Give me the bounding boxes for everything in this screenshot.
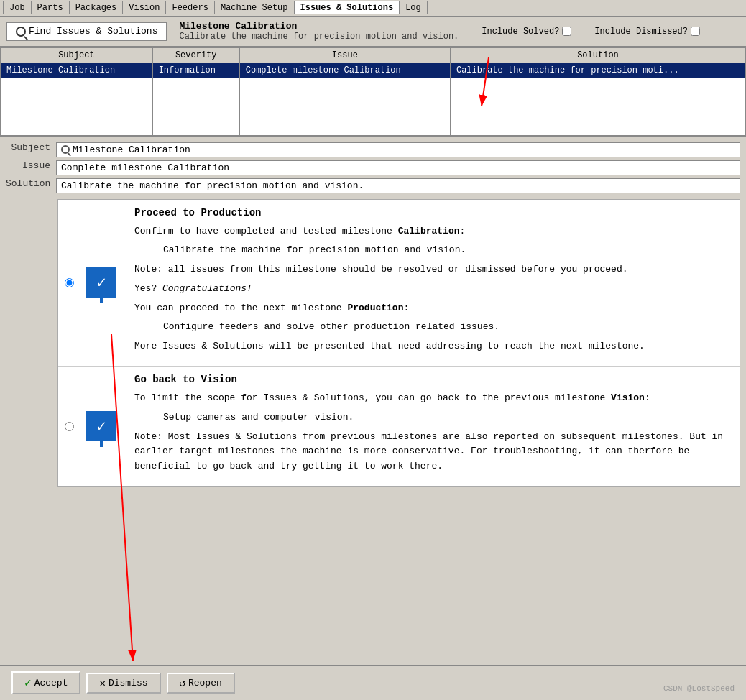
vision-radio[interactable]: [65, 422, 74, 431]
vision-title: Go back to Vision: [134, 374, 728, 385]
search-icon: [16, 27, 26, 37]
subject-row: Subject Milestone Calibration: [0, 142, 746, 157]
issue-label: Issue: [6, 160, 56, 171]
vision-text-3: Note: Most Issues & Solutions from previ…: [134, 430, 728, 474]
vision-content: Go back to Vision To limit the scope for…: [123, 367, 740, 486]
proceed-text-7: More Issues & Solutions will be presente…: [134, 339, 728, 354]
menu-item-packages[interactable]: Packages: [70, 1, 124, 14]
vision-flag-col: ✓: [80, 367, 123, 486]
issue-value: Complete milestone Calibration: [56, 160, 740, 175]
menu-item-machine-setup[interactable]: Machine Setup: [215, 1, 295, 14]
dismiss-button[interactable]: ✕ Dismiss: [86, 673, 160, 694]
dismiss-icon: ✕: [99, 677, 105, 689]
watermark: CSDN @LostSpeed: [663, 684, 735, 693]
bottom-bar: ✓ Accept ✕ Dismiss ↺ Reopen: [0, 665, 746, 700]
toolbar: Find Issues & Solutions Milestone Calibr…: [0, 17, 746, 47]
subject-label: Subject: [6, 142, 56, 153]
proceed-text-3: Note: all issues from this milestone sho…: [134, 262, 728, 277]
menu-item-issues-solutions[interactable]: Issues & Solutions: [295, 1, 400, 14]
issue-text: Complete milestone Calibration: [61, 162, 229, 173]
find-button-label: Find Issues & Solutions: [29, 26, 157, 37]
solution-value: Calibrate the machine for precision moti…: [56, 178, 740, 193]
menu-item-parts[interactable]: Parts: [32, 1, 70, 14]
solution-row: Solution Calibrate the machine for preci…: [0, 178, 746, 193]
vision-text-1: To limit the scope for Issues & Solution…: [134, 391, 728, 406]
table-row-empty: [1, 78, 746, 136]
accept-button[interactable]: ✓ Accept: [11, 671, 80, 694]
accept-icon: ✓: [24, 676, 32, 690]
solution-text: Calibrate the machine for precision moti…: [61, 180, 364, 191]
menu-item-log[interactable]: Log: [400, 1, 428, 14]
proceed-text-2: Calibrate the machine for precision moti…: [163, 243, 728, 258]
col-severity: Severity: [152, 47, 239, 63]
subject-search-icon: [61, 145, 70, 154]
proceed-content: Proceed to Production Confirm to have co…: [123, 200, 740, 367]
proceed-checkmark: ✓: [96, 273, 106, 293]
proceed-text-1: Confirm to have completed and tested mil…: [134, 224, 728, 239]
reopen-button[interactable]: ↺ Reopen: [167, 673, 235, 694]
solution-content: ✓ Proceed to Production Confirm to have …: [57, 199, 740, 487]
proceed-section: ✓ Proceed to Production Confirm to have …: [58, 200, 740, 367]
milestone-info: Milestone Calibration Calibrate the mach…: [179, 21, 459, 42]
include-dismissed-group: Include Dismissed?: [594, 27, 700, 37]
milestone-desc: Calibrate the machine for precision moti…: [179, 32, 459, 42]
issues-table: Subject Severity Issue Solution Mileston…: [0, 47, 746, 137]
menu-item-job[interactable]: Job: [3, 1, 32, 14]
detail-panel: Subject Milestone Calibration Issue Comp…: [0, 137, 746, 487]
include-solved-group: Include Solved?: [482, 27, 571, 37]
cell-severity: Information: [152, 63, 239, 78]
vision-radio-col: [58, 367, 80, 486]
cell-subject: Milestone Calibration: [1, 63, 153, 78]
include-solved-label: Include Solved?: [482, 27, 559, 37]
menu-item-feeders[interactable]: Feeders: [166, 1, 214, 14]
proceed-text-6: Configure feeders and solve other produc…: [163, 320, 728, 335]
include-dismissed-label: Include Dismissed?: [594, 27, 688, 37]
find-issues-button[interactable]: Find Issues & Solutions: [6, 22, 167, 41]
milestone-title: Milestone Calibration: [179, 21, 459, 32]
proceed-radio[interactable]: [65, 278, 74, 287]
proceed-title: Proceed to Production: [134, 207, 728, 218]
table-row[interactable]: Milestone Calibration Information Comple…: [1, 63, 746, 78]
subject-text: Milestone Calibration: [73, 144, 190, 155]
include-dismissed-checkbox[interactable]: [691, 27, 700, 36]
issue-row: Issue Complete milestone Calibration: [0, 160, 746, 175]
cell-issue: Complete milestone Calibration: [239, 63, 450, 78]
cell-solution: Calibrate the machine for precision moti…: [450, 63, 745, 78]
reopen-label: Reopen: [188, 678, 222, 689]
menu-bar: Job Parts Packages Vision Feeders Machin…: [0, 0, 746, 17]
proceed-text-5: You can proceed to the next milestone Pr…: [134, 301, 728, 316]
include-solved-checkbox[interactable]: [562, 27, 571, 36]
dismiss-label: Dismiss: [109, 678, 148, 689]
vision-section: ✓ Go back to Vision To limit the scope f…: [58, 367, 740, 486]
col-issue: Issue: [239, 47, 450, 63]
subject-value: Milestone Calibration: [56, 142, 740, 157]
accept-label: Accept: [34, 678, 68, 689]
proceed-text-4: Yes? Congratulations!: [134, 282, 728, 297]
vision-checkmark: ✓: [96, 417, 106, 436]
solution-label: Solution: [6, 178, 56, 189]
vision-flag-icon: ✓: [86, 411, 116, 441]
reopen-icon: ↺: [180, 677, 185, 689]
col-subject: Subject: [1, 47, 153, 63]
col-solution: Solution: [450, 47, 745, 63]
menu-item-vision[interactable]: Vision: [123, 1, 166, 14]
proceed-radio-col: [58, 200, 80, 367]
vision-text-2: Setup cameras and computer vision.: [163, 410, 728, 425]
proceed-flag-col: ✓: [80, 200, 123, 367]
proceed-flag-icon: ✓: [86, 267, 116, 298]
